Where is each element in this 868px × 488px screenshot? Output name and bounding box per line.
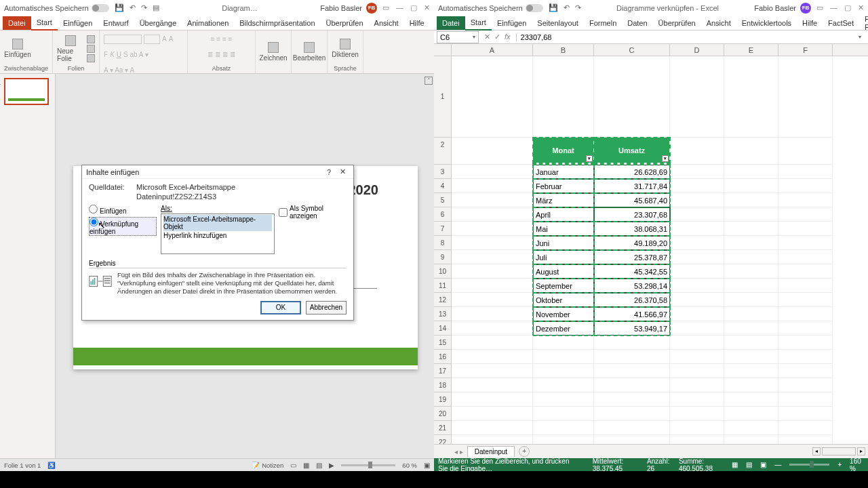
slideshow-icon[interactable]: ▤ [153, 3, 159, 12]
cell[interactable] [670, 193, 724, 207]
ribbon-options-icon[interactable]: ▭ [816, 3, 823, 12]
pp-user[interactable]: Fabio Basler FB [320, 3, 377, 14]
tab-seitenlayout[interactable]: Seitenlayout [532, 16, 584, 30]
dialog-close-icon[interactable]: ✕ [336, 167, 349, 176]
row-header-2[interactable]: 2 [434, 138, 452, 165]
redo-icon[interactable]: ↷ [141, 3, 147, 12]
table-cell-umsatz[interactable]: 45.687,40 [594, 193, 670, 207]
table-cell-monat[interactable]: Juni [533, 236, 594, 250]
table-cell-umsatz[interactable]: 53.298,14 [594, 279, 670, 293]
cell[interactable] [670, 336, 724, 350]
table-cell-umsatz[interactable]: 23.307,68 [594, 207, 670, 222]
cell[interactable] [533, 435, 594, 444]
cell[interactable] [778, 138, 833, 165]
tab-entwickler[interactable]: Entwicklertools [736, 16, 797, 30]
cell[interactable] [452, 307, 533, 321]
add-sheet-icon[interactable]: + [519, 446, 530, 457]
cell[interactable] [778, 307, 833, 321]
table-cell-umsatz[interactable]: 26.628,69 [594, 165, 670, 179]
tab-uebergaenge[interactable]: Übergänge [134, 16, 182, 30]
toggle-off-icon[interactable] [92, 4, 109, 12]
as-listbox[interactable]: Microsoft Excel-Arbeitsmappe-Objekt Hype… [161, 214, 275, 254]
as-symbol-checkbox[interactable]: Als Symbol anzeigen [279, 205, 347, 220]
table-header-monat[interactable]: Monat▾ [533, 138, 594, 163]
cell[interactable] [670, 421, 724, 435]
radio-paste[interactable]: Einfügen [89, 205, 157, 215]
cell[interactable] [670, 236, 724, 250]
table-header-umsatz[interactable]: Umsatz▾ [594, 138, 670, 163]
cell[interactable] [778, 264, 833, 279]
dialog-help-icon[interactable]: ? [322, 168, 336, 176]
fx-icon[interactable]: fx [505, 33, 511, 41]
cell[interactable] [452, 279, 533, 293]
table-cell-monat[interactable]: Januar [533, 165, 594, 179]
col-D[interactable]: D [670, 44, 724, 56]
cell[interactable] [594, 421, 670, 435]
cell[interactable] [452, 56, 533, 138]
table-cell-umsatz[interactable]: 53.949,17 [594, 321, 670, 336]
table-cell-umsatz[interactable]: 41.566,97 [594, 307, 670, 321]
cell[interactable] [452, 138, 533, 165]
save-icon[interactable]: 💾 [115, 3, 124, 12]
row-header-14[interactable]: 14 [434, 321, 452, 336]
col-E[interactable]: E [724, 44, 778, 56]
table-cell-umsatz[interactable]: 26.370,58 [594, 293, 670, 307]
tab-hilfe[interactable]: Hilfe [404, 16, 430, 30]
cell[interactable] [724, 392, 778, 407]
filter-icon[interactable]: ▾ [586, 155, 593, 162]
cell[interactable] [724, 364, 778, 378]
cell[interactable] [778, 421, 833, 435]
table-cell-umsatz[interactable]: 45.342,55 [594, 264, 670, 279]
cell[interactable] [670, 293, 724, 307]
row-header-11[interactable]: 11 [434, 279, 452, 293]
row-header-18[interactable]: 18 [434, 378, 452, 392]
cell[interactable] [670, 165, 724, 179]
cancel-button[interactable]: Abbrechen [306, 301, 347, 314]
cell[interactable] [594, 364, 670, 378]
cell[interactable] [724, 336, 778, 350]
cell[interactable] [452, 435, 533, 444]
table-cell-monat[interactable]: März [533, 193, 594, 207]
cell[interactable] [724, 236, 778, 250]
reset-icon[interactable] [87, 45, 95, 53]
cell[interactable] [670, 207, 724, 222]
row-header-17[interactable]: 17 [434, 364, 452, 378]
cell[interactable] [724, 250, 778, 264]
cancel-edit-icon[interactable]: ✕ [484, 33, 490, 41]
table-cell-monat[interactable]: Mai [533, 222, 594, 236]
row-header-3[interactable]: 3 [434, 165, 452, 179]
cell[interactable] [778, 56, 833, 138]
cell[interactable] [594, 336, 670, 350]
new-slide-icon[interactable] [65, 35, 76, 46]
cell[interactable] [452, 165, 533, 179]
view-sorter-icon[interactable]: ▦ [303, 462, 309, 469]
cell[interactable] [778, 435, 833, 444]
save-icon[interactable]: 💾 [549, 3, 558, 12]
cell[interactable] [724, 179, 778, 193]
toggle-off-icon[interactable] [526, 4, 543, 12]
cell[interactable] [670, 321, 724, 336]
cell[interactable] [724, 222, 778, 236]
sheet-tab-dateninput[interactable]: Dateninput [467, 446, 515, 457]
table-cell-umsatz[interactable]: 25.378,87 [594, 250, 670, 264]
close-icon[interactable]: ✕ [858, 3, 864, 12]
cell[interactable] [452, 179, 533, 193]
cell[interactable] [452, 193, 533, 207]
cell[interactable] [452, 207, 533, 222]
view-normal-icon[interactable]: ▦ [732, 461, 738, 468]
table-cell-monat[interactable]: Dezember [533, 321, 594, 336]
tab-ansicht[interactable]: Ansicht [701, 16, 736, 30]
formula-bar-input[interactable]: 23307,68 [516, 33, 868, 41]
cell[interactable] [452, 264, 533, 279]
row-header-19[interactable]: 19 [434, 392, 452, 407]
table-cell-monat[interactable]: April [533, 207, 594, 222]
undo-icon[interactable]: ↶ [130, 3, 136, 12]
cell[interactable] [452, 222, 533, 236]
table-cell-monat[interactable]: September [533, 279, 594, 293]
cell[interactable] [778, 321, 833, 336]
row-header-1[interactable]: 1 [434, 56, 452, 138]
cell[interactable] [778, 392, 833, 407]
cell[interactable] [670, 407, 724, 421]
accessibility-icon[interactable]: ♿ [47, 462, 56, 469]
cell[interactable] [533, 364, 594, 378]
